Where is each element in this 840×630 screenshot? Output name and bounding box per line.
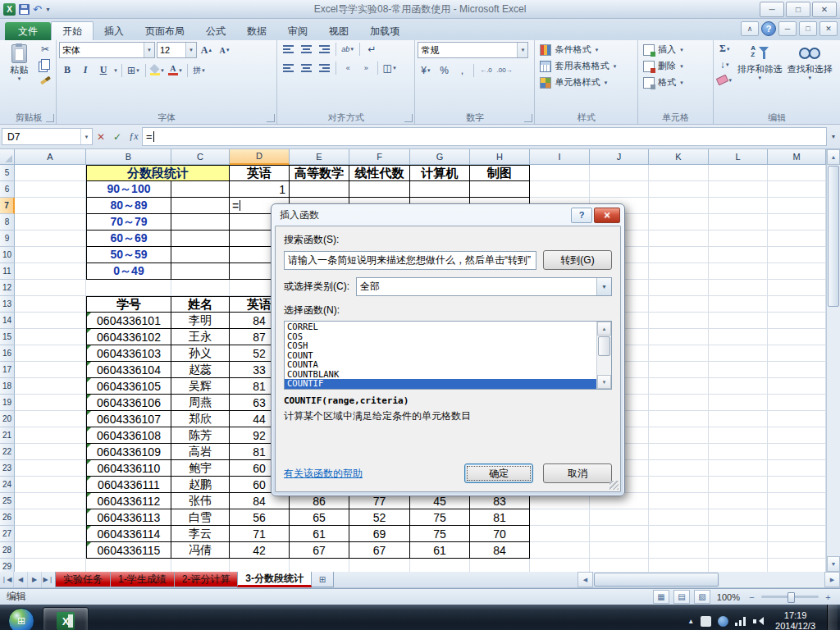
- font-name-select[interactable]: 宋体 ▼: [59, 42, 155, 58]
- cell-C20[interactable]: 郑欣: [171, 411, 230, 427]
- cell-C19[interactable]: 周燕: [171, 395, 230, 411]
- cell-M5[interactable]: [768, 165, 826, 181]
- cell-M13[interactable]: [768, 296, 826, 313]
- cell-J29[interactable]: [590, 559, 649, 572]
- dialog-title-bar[interactable]: 插入函数 ? ✕: [275, 204, 621, 226]
- merge-center-button[interactable]: ◫▼: [381, 61, 398, 75]
- cell-A11[interactable]: [15, 263, 86, 280]
- cell-G6[interactable]: [410, 181, 470, 198]
- cell-I27[interactable]: [530, 526, 590, 542]
- sheet-tab-1-学生成绩[interactable]: 1-学生成绩: [110, 572, 175, 587]
- cell-M28[interactable]: [768, 542, 826, 559]
- cell-L11[interactable]: [709, 263, 768, 280]
- phonetic-guide-button[interactable]: 拼▼: [191, 63, 208, 77]
- row-header-22[interactable]: 22: [0, 444, 15, 460]
- comma-style-button[interactable]: ,: [454, 63, 470, 77]
- cell-L15[interactable]: [709, 329, 768, 345]
- cancel-dialog-button[interactable]: 取消: [543, 463, 612, 483]
- row-header-20[interactable]: 20: [0, 411, 15, 427]
- cell-K14[interactable]: [649, 313, 709, 329]
- name-box[interactable]: D7 ▼: [2, 128, 93, 145]
- cell-A28[interactable]: [15, 542, 86, 559]
- cell-D6[interactable]: 1: [230, 181, 290, 198]
- insert-function-button[interactable]: ƒx: [126, 129, 142, 144]
- cell-C14[interactable]: 李明: [171, 313, 230, 329]
- column-header-F[interactable]: F: [349, 149, 410, 165]
- cell-F29[interactable]: [349, 559, 410, 572]
- cell-D28[interactable]: 42: [230, 542, 290, 559]
- cell-K21[interactable]: [649, 427, 709, 444]
- cell-L12[interactable]: [709, 280, 768, 296]
- function-item-COUNTIF[interactable]: COUNTIF: [285, 379, 596, 389]
- cell-A23[interactable]: [15, 460, 86, 477]
- increase-indent-button[interactable]: »: [358, 61, 374, 75]
- cell-A12[interactable]: [15, 280, 86, 296]
- cell-L23[interactable]: [709, 460, 768, 477]
- cell-A20[interactable]: [15, 411, 86, 427]
- cell-J26[interactable]: [590, 509, 649, 526]
- borders-button[interactable]: ⊞▼: [126, 63, 142, 77]
- cell-B9[interactable]: 60～69: [86, 231, 171, 247]
- cell-L18[interactable]: [709, 378, 768, 395]
- ribbon-tab-视图[interactable]: 视图: [318, 22, 359, 40]
- cell-K28[interactable]: [649, 542, 709, 559]
- cell-J6[interactable]: [590, 181, 649, 198]
- conditional-format-button[interactable]: 条件格式▼: [537, 42, 635, 57]
- horizontal-scroll-thumb[interactable]: [594, 573, 719, 587]
- autosum-button[interactable]: Σ▼: [716, 42, 733, 56]
- ok-button[interactable]: 确定: [464, 463, 533, 483]
- row-header-26[interactable]: 26: [0, 509, 15, 526]
- formula-input[interactable]: =: [142, 127, 827, 146]
- cell-K25[interactable]: [649, 493, 709, 509]
- cell-B14[interactable]: 0604336101: [86, 313, 171, 329]
- cell-M23[interactable]: [768, 460, 826, 477]
- cell-L28[interactable]: [709, 542, 768, 559]
- row-header-5[interactable]: 5: [0, 165, 15, 181]
- row-header-21[interactable]: 21: [0, 427, 15, 444]
- scroll-down-icon[interactable]: ▼: [827, 556, 840, 572]
- column-header-E[interactable]: E: [290, 149, 349, 165]
- cell-B18[interactable]: 0604336105: [86, 378, 171, 395]
- cell-L27[interactable]: [709, 526, 768, 542]
- zoom-in-icon[interactable]: +: [823, 591, 833, 602]
- maximize-button[interactable]: □: [786, 2, 810, 17]
- cell-C22[interactable]: 高岩: [171, 444, 230, 460]
- undo-icon[interactable]: ↶: [33, 4, 42, 15]
- vertical-scrollbar[interactable]: ▲ ▼: [826, 149, 840, 572]
- column-header-B[interactable]: B: [86, 149, 171, 165]
- row-header-9[interactable]: 9: [0, 231, 15, 247]
- decrease-font-button[interactable]: A▼: [217, 43, 233, 57]
- cell-L14[interactable]: [709, 313, 768, 329]
- cell-M12[interactable]: [768, 280, 826, 296]
- ribbon-tab-审阅[interactable]: 审阅: [277, 22, 318, 40]
- cell-K9[interactable]: [649, 231, 709, 247]
- cell-M6[interactable]: [768, 181, 826, 198]
- percent-style-button[interactable]: %: [436, 63, 452, 77]
- ribbon-tab-页面布局[interactable]: 页面布局: [135, 22, 195, 40]
- minimize-ribbon-icon[interactable]: ∧: [741, 21, 759, 36]
- cell-H6[interactable]: [470, 181, 530, 198]
- cell-K27[interactable]: [649, 526, 709, 542]
- dialog-help-button[interactable]: ?: [571, 208, 592, 223]
- align-bottom-button[interactable]: [316, 42, 332, 56]
- cell-L7[interactable]: [709, 198, 768, 214]
- cell-M27[interactable]: [768, 526, 826, 542]
- sheet-tab-2-评分计算[interactable]: 2-评分计算: [174, 572, 239, 587]
- cell-D27[interactable]: 71: [230, 526, 290, 542]
- cell-L24[interactable]: [709, 477, 768, 493]
- ribbon-tab-开始[interactable]: 开始: [51, 21, 94, 40]
- cell-G27[interactable]: 75: [410, 526, 470, 542]
- row-header-28[interactable]: 28: [0, 542, 15, 559]
- enter-entry-button[interactable]: ✓: [109, 129, 126, 144]
- cell-B25[interactable]: 0604336112: [86, 493, 171, 509]
- cell-A18[interactable]: [15, 378, 86, 395]
- function-item-COUNTA[interactable]: COUNTA: [285, 360, 596, 370]
- cell-B15[interactable]: 0604336102: [86, 329, 171, 345]
- increase-font-button[interactable]: A▲: [199, 43, 215, 57]
- align-middle-button[interactable]: [298, 42, 314, 56]
- column-header-M[interactable]: M: [768, 149, 826, 165]
- cell-G5[interactable]: 计算机: [410, 165, 470, 181]
- cell-H27[interactable]: 70: [470, 526, 530, 542]
- cell-I28[interactable]: [530, 542, 590, 559]
- function-item-COUNTBLANK[interactable]: COUNTBLANK: [285, 370, 596, 380]
